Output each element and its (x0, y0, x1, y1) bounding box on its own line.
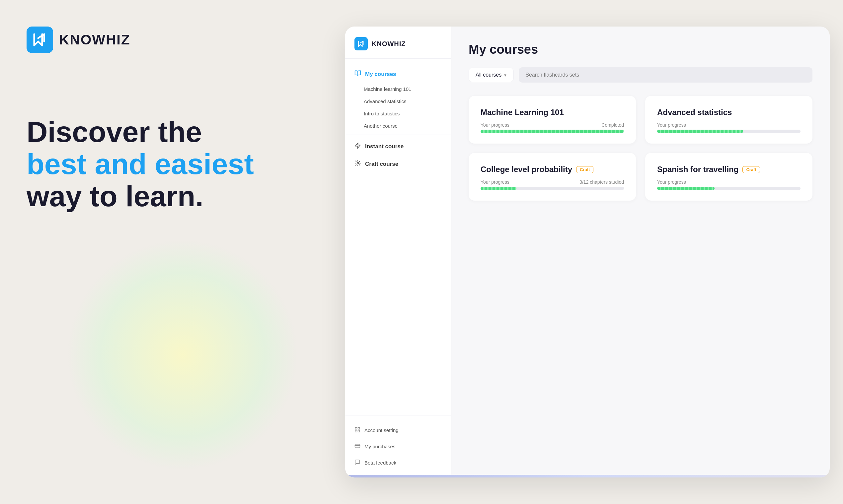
course-card-ml101[interactable]: Machine Learning 101 Your progress Compl… (469, 96, 636, 144)
craft-icon (355, 160, 361, 168)
spanish-progress-bar-bg (657, 187, 801, 190)
course-card-college-prob[interactable]: College level probability Craft Your pro… (469, 153, 636, 201)
svg-rect-5 (355, 430, 357, 432)
filter-row: All courses ▾ (469, 67, 812, 83)
instant-course-label: Instant course (365, 143, 403, 150)
adv-stats-progress-bar-fill (657, 130, 743, 133)
account-icon (355, 427, 360, 434)
sidebar-my-courses-label: My courses (365, 71, 396, 77)
svg-rect-6 (355, 444, 360, 448)
account-setting-label: Account setting (364, 427, 399, 433)
app-window: KNOWHIZ My courses Machine learning 101 … (345, 26, 830, 478)
sidebar-sub-another-course[interactable]: Another course (345, 120, 451, 132)
svg-rect-4 (358, 430, 360, 432)
sidebar-nav: My courses Machine learning 101 Advanced… (345, 59, 451, 415)
sidebar-sub-intro-stats[interactable]: Intro to statistics (345, 107, 451, 120)
college-prob-craft-badge: Craft (576, 166, 593, 173)
beta-feedback-item[interactable]: Beta feedback (345, 455, 451, 471)
ml101-title: Machine Learning 101 (481, 108, 624, 117)
main-content: My courses All courses ▾ Machine Learnin… (451, 26, 830, 478)
course-card-adv-stats[interactable]: Advanced statistics Your progress (645, 96, 812, 144)
adv-stats-title: Advanced statistics (657, 108, 801, 117)
book-icon (355, 70, 361, 78)
hero-line-2: best and easiest (27, 148, 254, 180)
ml101-progress-label: Your progress Completed (481, 122, 624, 128)
sidebar-logo-text: KNOWHIZ (372, 40, 406, 48)
adv-stats-progress-bar-bg (657, 130, 801, 133)
hero-line-1: Discover the (27, 116, 254, 148)
svg-marker-0 (356, 143, 360, 148)
sidebar-sub-machine-learning[interactable]: Machine learning 101 (345, 83, 451, 95)
sidebar-item-instant-course[interactable]: Instant course (345, 138, 451, 155)
all-courses-label: All courses (476, 72, 501, 78)
my-purchases-item[interactable]: My purchases (345, 438, 451, 455)
ml101-progress-bar-fill (481, 130, 624, 133)
spanish-title: Spanish for travelling Craft (657, 165, 801, 174)
craft-course-label: Craft course (365, 161, 398, 167)
all-courses-dropdown[interactable]: All courses ▾ (469, 68, 513, 82)
background-glow (66, 239, 299, 471)
ml101-progress-bar-bg (481, 130, 624, 133)
purchases-icon (355, 443, 360, 450)
sidebar-item-craft-course[interactable]: Craft course (345, 155, 451, 173)
college-prob-status: 3/12 chapters studied (580, 179, 624, 185)
svg-rect-3 (358, 427, 360, 429)
svg-rect-2 (355, 427, 357, 429)
nav-divider-1 (345, 134, 451, 135)
bolt-icon (355, 142, 361, 150)
course-card-spanish[interactable]: Spanish for travelling Craft Your progre… (645, 153, 812, 201)
logo-icon (27, 26, 53, 53)
feedback-icon (355, 459, 360, 466)
page-title: My courses (469, 42, 812, 57)
chevron-down-icon: ▾ (504, 73, 506, 77)
ml101-status: Completed (601, 122, 624, 128)
courses-grid: Machine Learning 101 Your progress Compl… (469, 96, 812, 201)
sidebar: KNOWHIZ My courses Machine learning 101 … (345, 26, 451, 478)
top-logo-area: KNOWHIZ (27, 26, 131, 53)
sidebar-sub-advanced-stats[interactable]: Advanced statistics (345, 95, 451, 107)
spanish-craft-badge: Craft (742, 166, 760, 173)
spanish-progress-bar-fill (657, 187, 715, 190)
hero-section: Discover the best and easiest way to lea… (27, 116, 254, 212)
sidebar-logo-icon (355, 37, 368, 50)
sidebar-footer: Account setting My purchases Beta fee (345, 415, 451, 478)
spanish-progress-label: Your progress (657, 179, 801, 185)
top-logo-text: KNOWHIZ (59, 32, 131, 48)
beta-feedback-label: Beta feedback (364, 460, 396, 466)
college-prob-progress-bar-bg (481, 187, 624, 190)
sidebar-header: KNOWHIZ (345, 26, 451, 59)
hero-line-3: way to learn. (27, 180, 254, 213)
my-purchases-label: My purchases (364, 444, 395, 449)
search-input[interactable] (519, 67, 812, 83)
college-prob-progress-bar-fill (481, 187, 516, 190)
college-prob-title: College level probability Craft (481, 165, 624, 174)
account-setting-item[interactable]: Account setting (345, 422, 451, 438)
svg-point-1 (357, 162, 359, 164)
adv-stats-progress-label: Your progress (657, 122, 801, 128)
sidebar-item-my-courses[interactable]: My courses (345, 65, 451, 83)
college-prob-progress-label: Your progress 3/12 chapters studied (481, 179, 624, 185)
bottom-gradient-bar (345, 475, 830, 478)
